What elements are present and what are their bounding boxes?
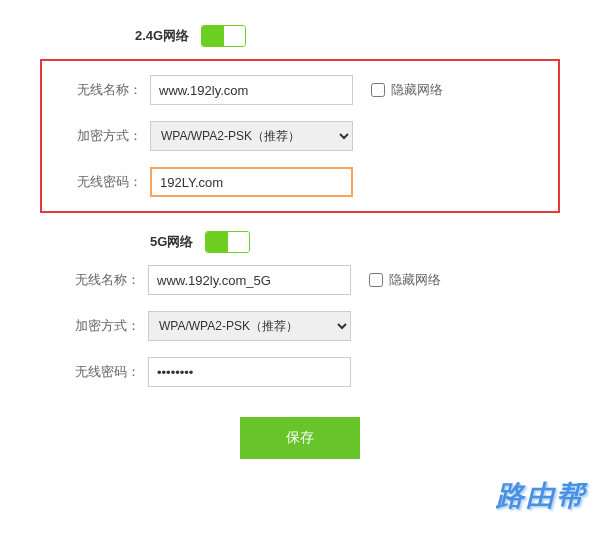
wifi-5g-title: 5G网络 bbox=[150, 233, 193, 251]
watermark-text: 路由帮 bbox=[496, 477, 586, 515]
wifi-24g-pwd-input[interactable] bbox=[150, 167, 353, 197]
save-button[interactable]: 保存 bbox=[240, 417, 360, 459]
wifi-24g-ssid-label: 无线名称： bbox=[52, 81, 142, 99]
wifi-24g-enc-select[interactable]: WPA/WPA2-PSK（推荐） bbox=[150, 121, 353, 151]
wifi-24g-title: 2.4G网络 bbox=[135, 27, 189, 45]
wifi-24g-hide-label: 隐藏网络 bbox=[391, 81, 443, 99]
wifi-24g-hide-wrap: 隐藏网络 bbox=[371, 81, 443, 99]
wifi-24g-group: 无线名称： 隐藏网络 加密方式： WPA/WPA2-PSK（推荐） 无线密码： bbox=[40, 59, 560, 213]
wifi-24g-toggle[interactable] bbox=[201, 25, 246, 47]
wifi-5g-hide-checkbox[interactable] bbox=[369, 273, 383, 287]
wifi-24g-enc-label: 加密方式： bbox=[52, 127, 142, 145]
save-row: 保存 bbox=[40, 417, 560, 459]
wifi-5g-enc-label: 加密方式： bbox=[50, 317, 140, 335]
wifi-5g-group: 无线名称： 隐藏网络 加密方式： WPA/WPA2-PSK（推荐） 无线密码： bbox=[40, 265, 560, 387]
wifi-24g-header: 2.4G网络 bbox=[135, 25, 560, 47]
wifi-5g-enc-select[interactable]: WPA/WPA2-PSK（推荐） bbox=[148, 311, 351, 341]
wifi-5g-hide-label: 隐藏网络 bbox=[389, 271, 441, 289]
wifi-5g-ssid-input[interactable] bbox=[148, 265, 351, 295]
wifi-5g-hide-wrap: 隐藏网络 bbox=[369, 271, 441, 289]
wifi-24g-ssid-input[interactable] bbox=[150, 75, 353, 105]
wifi-24g-hide-checkbox[interactable] bbox=[371, 83, 385, 97]
wifi-5g-header: 5G网络 bbox=[150, 231, 560, 253]
wifi-5g-pwd-input[interactable] bbox=[148, 357, 351, 387]
wifi-5g-toggle[interactable] bbox=[205, 231, 250, 253]
wifi-5g-pwd-label: 无线密码： bbox=[50, 363, 140, 381]
wifi-24g-pwd-label: 无线密码： bbox=[52, 173, 142, 191]
wifi-5g-ssid-label: 无线名称： bbox=[50, 271, 140, 289]
